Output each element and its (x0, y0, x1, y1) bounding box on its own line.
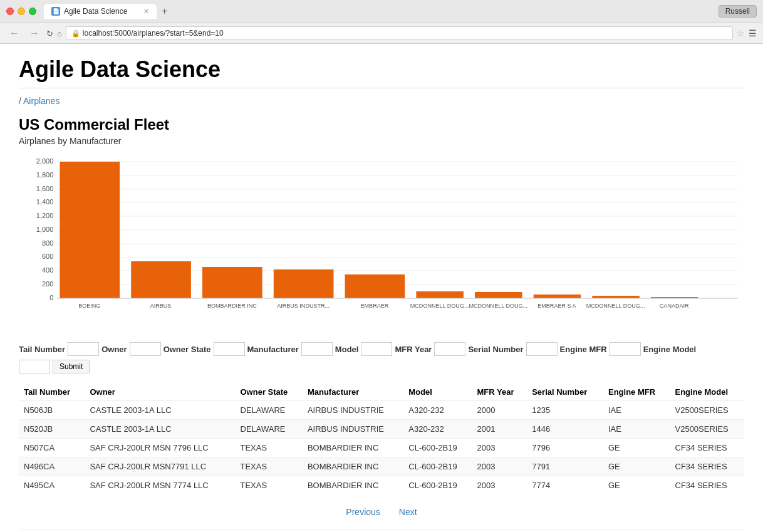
page-footer: Agile Data Science by Russell Jurney, 20… (19, 529, 744, 532)
filter-form[interactable]: Tail Number Owner Owner State Manufactur… (19, 342, 744, 373)
svg-text:MCDONNELL DOUG...: MCDONNELL DOUG... (410, 303, 469, 309)
table-cell: 7791 (527, 457, 603, 476)
table-cell: CASTLE 2003-1A LLC (85, 420, 235, 439)
site-title: Agile Data Science (19, 56, 744, 83)
svg-text:200: 200 (42, 280, 53, 288)
col-header-engine-mfr: Engine MFR (603, 383, 670, 401)
bar-boeing (60, 162, 120, 298)
table-cell: 1235 (527, 401, 603, 420)
bar-airbus-industr (274, 269, 334, 298)
filter-submit-row: Submit (19, 360, 744, 373)
svg-text:2,000: 2,000 (36, 157, 54, 165)
table-cell: TEXAS (236, 476, 303, 495)
table-cell: DELAWARE (236, 401, 303, 420)
filter-model-label: Model (335, 345, 359, 354)
filter-owner-state-label: Owner State (164, 345, 211, 354)
col-header-serial-number: Serial Number (527, 383, 603, 401)
filter-mfr-year-input[interactable] (434, 342, 465, 356)
refresh-button[interactable]: ↻ (46, 29, 53, 38)
filter-engine-mfr-input[interactable] (610, 342, 641, 356)
maximize-dot[interactable] (29, 8, 36, 15)
menu-button[interactable]: ☰ (749, 28, 757, 38)
filter-mfr-year-label: MFR Year (395, 345, 432, 354)
table-cell: AIRBUS INDUSTRIE (303, 420, 403, 439)
table-cell: 2000 (472, 401, 527, 420)
browser-tab[interactable]: 📄 Agile Data Science ✕ (44, 4, 157, 19)
table-row: N506JBCASTLE 2003-1A LLCDELAWAREAIRBUS I… (19, 401, 744, 420)
filter-serial-number-label: Serial Number (468, 345, 523, 354)
url-text: localhost:5000/airplanes/?start=5&end=10 (83, 29, 224, 38)
breadcrumb: / Airplanes (19, 96, 744, 106)
table-cell: N495CA (19, 476, 85, 495)
table-cell: IAE (603, 401, 670, 420)
col-header-manufacturer: Manufacturer (303, 383, 403, 401)
filter-model-input[interactable] (361, 342, 392, 356)
pagination: Previous Next (19, 507, 744, 517)
filter-submit-button[interactable]: Submit (53, 360, 90, 373)
breadcrumb-slash: / (19, 96, 23, 106)
table-cell: CF34 SERIES (670, 457, 745, 476)
tab-close-button[interactable]: ✕ (143, 8, 149, 16)
col-header-mfr-year: MFR Year (472, 383, 527, 401)
table-cell: 1446 (527, 420, 603, 439)
table-cell: N507CA (19, 439, 85, 457)
table-cell: 2003 (472, 476, 527, 495)
forward-button[interactable]: → (26, 26, 43, 40)
filter-engine-model-input[interactable] (19, 360, 50, 373)
table-cell: V2500SERIES (670, 401, 745, 420)
table-cell: A320-232 (403, 401, 472, 420)
col-header-owner: Owner (85, 383, 235, 401)
url-lock-icon: 🔒 (71, 29, 80, 38)
filter-engine-mfr-label: Engine MFR (560, 345, 607, 354)
bookmark-button[interactable]: ☆ (737, 28, 745, 38)
bar-mcdonnell2 (475, 292, 522, 298)
bar-embraer-sa (534, 295, 581, 298)
table-cell: SAF CRJ-200LR MSN 7774 LLC (85, 476, 235, 495)
svg-text:EMBRAER: EMBRAER (361, 303, 389, 309)
svg-text:BOEING: BOEING (78, 303, 100, 309)
chart-title: Airplanes by Manufacturer (19, 136, 744, 146)
filter-owner-label: Owner (101, 345, 127, 354)
breadcrumb-divider (19, 88, 744, 88)
close-dot[interactable] (6, 8, 14, 15)
table-cell: 7774 (527, 476, 603, 495)
browser-titlebar: 📄 Agile Data Science ✕ + Russell (0, 0, 763, 23)
bar-airbus (131, 261, 191, 298)
svg-text:EMBRAER S A: EMBRAER S A (537, 303, 576, 309)
filter-row: Tail Number Owner Owner State Manufactur… (19, 342, 744, 356)
url-bar[interactable]: 🔒 localhost:5000/airplanes/?start=5&end=… (66, 26, 733, 40)
minimize-dot[interactable] (18, 8, 25, 15)
table-row: N520JBCASTLE 2003-1A LLCDELAWAREAIRBUS I… (19, 420, 744, 439)
table-cell: AIRBUS INDUSTRIE (303, 401, 403, 420)
table-cell: CF34 SERIES (670, 439, 745, 457)
new-tab-button[interactable]: + (157, 6, 172, 17)
back-button[interactable]: ← (6, 26, 23, 40)
table-cell: CL-600-2B19 (403, 476, 472, 495)
table-cell: SAF CRJ-200LR MSN7791 LLC (85, 457, 235, 476)
filter-serial-number-input[interactable] (526, 342, 558, 356)
svg-text:MCDONNELL DOUG...: MCDONNELL DOUG... (469, 303, 527, 309)
table-cell: BOMBARDIER INC (303, 476, 403, 495)
filter-owner-state-input[interactable] (214, 342, 245, 356)
table-cell: 2003 (472, 439, 527, 457)
table-header-row: Tail Number Owner Owner State Manufactur… (19, 383, 744, 401)
table-cell: V2500SERIES (670, 420, 745, 439)
filter-owner-input[interactable] (130, 342, 161, 356)
col-header-tail-number: Tail Number (19, 383, 85, 401)
col-header-engine-model: Engine Model (670, 383, 745, 401)
filter-manufacturer-label: Manufacturer (247, 345, 299, 354)
previous-link[interactable]: Previous (346, 507, 380, 517)
filter-tail-number-input[interactable] (68, 342, 99, 356)
svg-text:MCDONNELL DOUG...: MCDONNELL DOUG... (586, 303, 645, 309)
svg-text:AIRBUS: AIRBUS (150, 303, 172, 309)
table-cell: CASTLE 2003-1A LLC (85, 401, 235, 420)
browser-user-button[interactable]: Russell (719, 5, 757, 18)
filter-manufacturer-input[interactable] (301, 342, 333, 356)
svg-text:800: 800 (42, 239, 53, 247)
page-content: Agile Data Science / Airplanes US Commer… (0, 44, 763, 532)
next-link[interactable]: Next (399, 507, 417, 517)
breadcrumb-airplanes-link[interactable]: Airplanes (23, 96, 60, 106)
table-cell: TEXAS (236, 439, 303, 457)
svg-text:1,400: 1,400 (36, 198, 54, 206)
home-button[interactable]: ⌂ (57, 29, 62, 38)
